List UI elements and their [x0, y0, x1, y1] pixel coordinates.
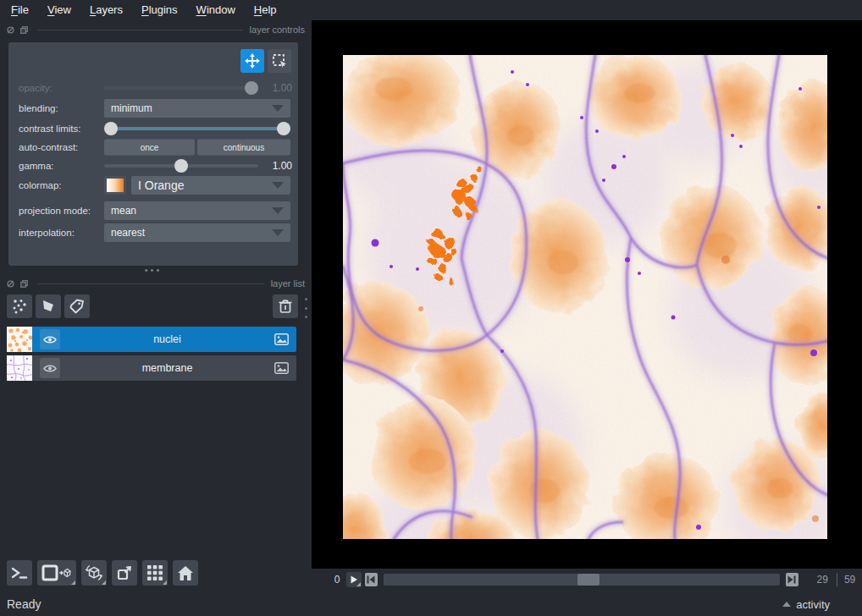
layer-row-membrane[interactable]: membrane — [7, 355, 296, 381]
activity-toggle[interactable]: activity — [782, 598, 830, 611]
menu-help[interactable]: Help — [245, 0, 286, 20]
layer-name: membrane — [60, 362, 274, 374]
skip-start-icon — [367, 575, 375, 584]
float-icon[interactable] — [20, 26, 28, 34]
layer-controls-dock-header: layer controls — [7, 24, 305, 36]
dims-slider-handle[interactable] — [577, 574, 600, 586]
interpolation-value: nearest — [111, 227, 272, 239]
layer-visibility-toggle[interactable] — [40, 358, 60, 378]
projection-mode-row: projection mode: mean — [8, 201, 298, 220]
home-reset-view-button[interactable] — [173, 560, 198, 586]
interpolation-dropdown[interactable]: nearest — [104, 223, 290, 242]
delete-layer-button[interactable] — [273, 294, 298, 318]
microscopy-image — [343, 55, 827, 539]
eye-icon — [43, 335, 57, 344]
blending-label: blending: — [19, 103, 58, 113]
colormap-swatch[interactable] — [104, 176, 126, 195]
interpolation-row: interpolation: nearest — [8, 223, 298, 242]
layer-list-dock-header: layer list — [7, 278, 305, 289]
grid-view-icon — [146, 564, 163, 581]
continuous-label: continuous — [224, 143, 264, 152]
new-labels-layer-button[interactable] — [64, 294, 90, 318]
transform-mode-button[interactable] — [268, 49, 291, 73]
activity-label: activity — [796, 598, 830, 611]
auto-contrast-row: auto-contrast: once continuous — [8, 138, 298, 157]
layer-thumbnail — [7, 327, 32, 352]
roll-dimensions-button[interactable] — [81, 560, 107, 586]
layer-row-nuclei[interactable]: nuclei — [7, 327, 296, 352]
opacity-label: opacity: — [19, 83, 52, 93]
chevron-down-icon — [272, 207, 284, 214]
trash-icon — [277, 298, 294, 315]
menu-plugins[interactable]: Plugins — [132, 0, 187, 20]
pan-zoom-mode-button[interactable] — [240, 49, 264, 73]
contrast-limits-slider[interactable] — [104, 121, 290, 136]
labels-layer-icon — [69, 298, 86, 315]
blending-row: blending: minimum — [8, 99, 298, 118]
status-bar: Ready activity — [0, 592, 862, 616]
viewer-canvas[interactable] — [312, 20, 862, 569]
contrast-limits-row: contrast limits: — [8, 119, 298, 138]
console-button[interactable] — [7, 560, 32, 586]
hide-icon[interactable] — [7, 26, 14, 34]
layer-visibility-toggle[interactable] — [40, 329, 60, 349]
ndisplay-2d3d-icon — [41, 564, 72, 581]
expand-corner — [102, 580, 106, 585]
dims-axis-label: 0 — [329, 574, 340, 586]
chevron-down-icon — [272, 229, 284, 236]
new-points-layer-button[interactable] — [7, 294, 32, 318]
expand-corner — [356, 582, 361, 586]
gamma-slider[interactable] — [104, 159, 258, 173]
float-icon[interactable] — [20, 280, 28, 288]
menu-layers[interactable]: Layers — [80, 0, 132, 20]
gamma-row: gamma: 1.00 — [8, 157, 298, 175]
divider — [37, 283, 264, 284]
opacity-slider[interactable] — [104, 81, 258, 95]
colormap-dropdown[interactable]: I Orange — [131, 176, 290, 195]
gamma-slider-handle[interactable] — [174, 159, 188, 173]
blending-dropdown[interactable]: minimum — [104, 99, 290, 118]
home-icon — [177, 565, 194, 581]
opacity-slider-groove — [104, 86, 258, 90]
total-frames: 59 — [844, 574, 862, 586]
blending-value: minimum — [111, 102, 272, 114]
menu-view[interactable]: View — [38, 0, 80, 20]
dock-resize-handle[interactable]: ••• — [8, 265, 298, 275]
skip-to-end-button[interactable] — [786, 573, 798, 586]
gamma-value: 1.00 — [262, 160, 292, 172]
colormap-row: colormap: I Orange — [8, 176, 298, 195]
dock-drag-handle[interactable] — [302, 298, 309, 318]
dims-slider[interactable] — [384, 574, 780, 586]
shapes-layer-icon — [40, 298, 57, 315]
skip-end-icon — [787, 575, 796, 584]
menu-file[interactable]: File — [2, 0, 38, 20]
opacity-slider-handle[interactable] — [245, 81, 258, 95]
grid-view-button[interactable] — [142, 560, 168, 586]
transpose-dimensions-button[interactable] — [112, 560, 137, 586]
ndisplay-toggle-button[interactable] — [37, 560, 76, 586]
projection-mode-dropdown[interactable]: mean — [104, 201, 290, 220]
auto-contrast-continuous-button[interactable]: continuous — [197, 140, 290, 156]
skip-to-start-button[interactable] — [365, 573, 378, 586]
status-message: Ready — [7, 597, 41, 611]
layer-list-title: layer list — [271, 278, 305, 289]
console-icon — [11, 566, 28, 580]
play-button[interactable] — [346, 572, 361, 587]
menu-bar: File View Layers Plugins Window Help — [0, 0, 862, 20]
projection-mode-label: projection mode: — [19, 206, 91, 216]
hide-icon[interactable] — [7, 280, 14, 288]
opacity-row: opacity: 1.00 — [8, 79, 298, 97]
menu-window[interactable]: Window — [187, 0, 245, 20]
projection-mode-value: mean — [111, 205, 272, 217]
new-shapes-layer-button[interactable] — [36, 294, 61, 318]
transform-icon — [271, 52, 288, 69]
auto-contrast-once-button[interactable]: once — [104, 140, 195, 156]
once-label: once — [141, 143, 159, 152]
contrast-limits-low-handle[interactable] — [104, 122, 118, 135]
roll-dimensions-icon — [85, 564, 103, 582]
frame-separator — [837, 573, 837, 586]
contrast-limits-high-handle[interactable] — [277, 122, 290, 135]
layer-thumbnail — [7, 355, 32, 381]
contrast-limits-label: contrast limits: — [19, 124, 81, 134]
current-frame: 29 — [807, 574, 828, 586]
